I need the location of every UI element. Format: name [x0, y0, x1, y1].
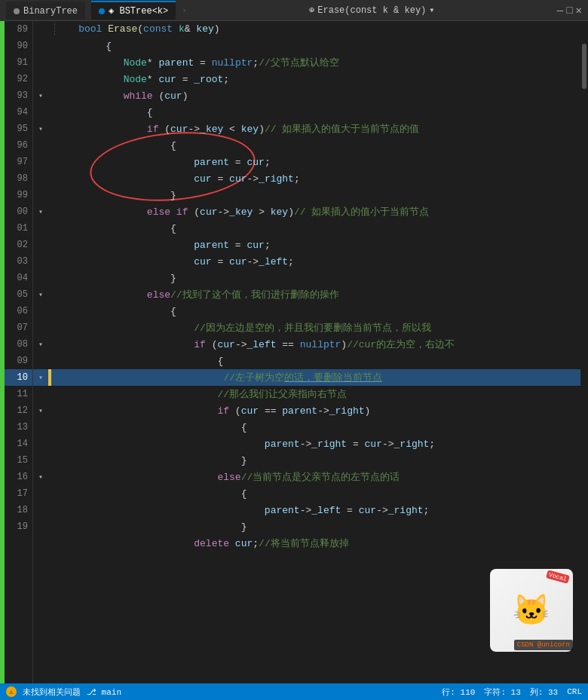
ln-106: 06 [5, 303, 32, 319]
ln-100: 00 [5, 203, 32, 220]
ln-91: 91 [5, 54, 32, 71]
ln-89: 89 [5, 21, 32, 38]
ln-93: 93 [5, 87, 32, 104]
fold-89[interactable] [33, 21, 48, 38]
code-line-95: if (cur->_key < key)// 如果插入的值大于当前节点的值 [48, 121, 580, 137]
code-line-102: parent = cur; [48, 237, 580, 253]
fold-91[interactable] [33, 54, 48, 71]
title-btn-close[interactable]: ✕ [576, 4, 582, 17]
fold-117[interactable] [33, 485, 48, 502]
ln-96: 96 [5, 137, 32, 154]
code-line-116: else//当前节点是父亲节点的左节点的话 [48, 469, 580, 485]
fold-112[interactable]: ▾ [33, 402, 48, 419]
status-bar: ⚠ 未找到相关问题 ⎇ main 行: 110 字符: 13 列: 33 CRL [0, 683, 588, 700]
fold-108[interactable]: ▾ [33, 336, 48, 353]
tab-binarytree-label: BinaryTree [23, 6, 78, 17]
fold-115[interactable] [33, 452, 48, 469]
code-line-90: { [48, 38, 580, 54]
status-left: ⚠ 未找到相关问题 ⎇ main [6, 686, 121, 698]
fold-104[interactable] [33, 270, 48, 286]
code-line-103: cur = cur->_left; [48, 253, 580, 270]
fold-109[interactable] [33, 353, 48, 369]
col-info: 字符: 13 [484, 686, 520, 698]
ln-94: 94 [5, 104, 32, 121]
code-line-93: while (cur) [48, 87, 580, 104]
fold-106[interactable] [33, 303, 48, 319]
scrollbar-thumb[interactable] [582, 44, 586, 89]
fold-96[interactable] [33, 137, 48, 154]
code-line-94: { [48, 104, 580, 121]
mascot-sticker: 🐱 Vocal CSDN @unicorn [490, 569, 580, 667]
fold-113[interactable] [33, 419, 48, 436]
fold-93[interactable]: ▾ [33, 87, 48, 104]
scrollbar-vertical[interactable] [580, 21, 588, 683]
code-line-delete: delete cur;//将当前节点释放掉 [48, 535, 580, 552]
code-line-104: } [48, 270, 580, 286]
ln-95: 95 [5, 121, 32, 137]
tab-bstree-label: ◈ BSTree<k> [109, 5, 168, 17]
ln-99: 99 [5, 187, 32, 203]
fold-107[interactable] [33, 319, 48, 336]
fold-118[interactable] [33, 502, 48, 518]
code-line-92: Node* cur = _root; [48, 71, 580, 87]
fold-92[interactable] [33, 71, 48, 87]
code-line-119: } [48, 518, 580, 535]
code-line-100: else if (cur->_key > key)// 如果插入的值小于当前节点 [48, 203, 580, 220]
title-btn-min[interactable]: — [557, 5, 563, 17]
fold-97[interactable] [33, 154, 48, 170]
ln-116: 16 [5, 469, 32, 485]
fold-119[interactable] [33, 518, 48, 535]
ln-119: 19 [5, 518, 32, 535]
fold-95[interactable]: ▾ [33, 121, 48, 137]
code-line-114: parent->_right = cur->_right; [48, 436, 580, 452]
fold-94[interactable] [33, 104, 48, 121]
error-text: 未找到相关问题 [23, 686, 81, 698]
ln-118: 18 [5, 502, 32, 518]
code-line-118: parent->_left = cur->_right; [48, 502, 580, 518]
editor: 89 90 91 92 93 94 95 96 97 98 99 00 01 0… [0, 21, 588, 683]
ln-101: 01 [5, 220, 32, 237]
vocal-badge: Vocal [546, 570, 570, 583]
fold-98[interactable] [33, 170, 48, 187]
code-line-109: { [48, 353, 580, 369]
code-line-97: parent = cur; [48, 154, 580, 170]
code-line-99: } [48, 187, 580, 203]
fold-100[interactable]: ▾ [33, 203, 48, 220]
tab-bstree[interactable]: ◈ BSTree<k> [91, 1, 176, 20]
ln-117: 17 [5, 485, 32, 502]
ln-114: 14 [5, 436, 32, 452]
ln-109: 09 [5, 353, 32, 369]
fold-111[interactable] [33, 386, 48, 402]
ln-112: 12 [5, 402, 32, 419]
ln-delete [5, 535, 32, 552]
fold-90[interactable] [33, 38, 48, 54]
code-line-110: //左子树为空的话，要删除当前节点 [48, 369, 580, 386]
code-line-91: Node* parent = nullptr;//父节点默认给空 [48, 54, 580, 71]
ln-115: 15 [5, 452, 32, 469]
tab-binarytree[interactable]: BinaryTree [6, 2, 85, 20]
ln-98: 98 [5, 170, 32, 187]
line-numbers: 89 90 91 92 93 94 95 96 97 98 99 00 01 0… [5, 21, 33, 683]
csdn-badge: CSDN @unicorn [514, 640, 573, 650]
encoding: CRL [567, 687, 582, 696]
code-area[interactable]: bool Erase(const k& key) { Node* parent … [48, 21, 580, 683]
fold-99[interactable] [33, 187, 48, 203]
fold-del[interactable] [33, 535, 48, 552]
fold-102[interactable] [33, 237, 48, 253]
ln-108: 08 [5, 336, 32, 353]
title-btn-max[interactable]: □ [566, 5, 572, 17]
code-line-117: { [48, 485, 580, 502]
fold-101[interactable] [33, 220, 48, 237]
ln-107: 07 [5, 319, 32, 336]
fold-114[interactable] [33, 436, 48, 452]
status-right: 行: 110 字符: 13 列: 33 CRL [442, 686, 582, 698]
code-line-111: //那么我们让父亲指向右节点 [48, 386, 580, 402]
ln-102: 02 [5, 237, 32, 253]
fold-103[interactable] [33, 253, 48, 270]
code-line-98: cur = cur->_right; [48, 170, 580, 187]
fold-116[interactable]: ▾ [33, 469, 48, 485]
title-bar: BinaryTree ◈ BSTree<k> › ⊕ Erase(const k… [0, 0, 588, 21]
ln-110: 10 [5, 369, 32, 386]
fold-105[interactable]: ▾ [33, 286, 48, 303]
fold-110[interactable]: ▾ [33, 369, 48, 386]
